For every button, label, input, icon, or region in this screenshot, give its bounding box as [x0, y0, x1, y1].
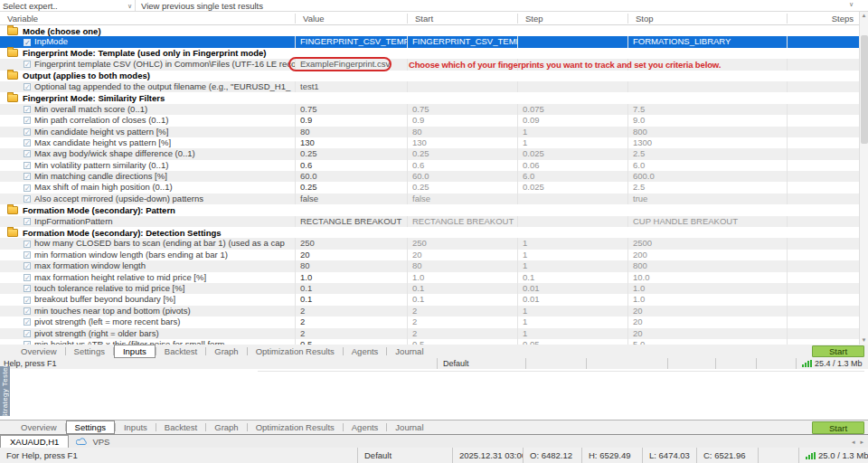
- table-row[interactable]: InpMode FINGERPRINT_CSV_TEMPLATE FINGERP…: [0, 36, 868, 47]
- param-stop[interactable]: 600.0: [627, 171, 787, 182]
- tab-scroll-arrows-icon[interactable]: ◂ ▸: [852, 439, 865, 446]
- table-row[interactable]: how many CLOSED bars to scan (ending at …: [0, 238, 868, 249]
- param-step[interactable]: 1: [517, 238, 627, 249]
- group-row[interactable]: Output (applies to both modes): [0, 71, 868, 81]
- tab-agents[interactable]: Agents: [344, 345, 387, 357]
- column-header-value[interactable]: Value: [295, 14, 407, 24]
- tab-agents[interactable]: Agents: [344, 421, 387, 433]
- param-checkbox[interactable]: [24, 195, 31, 203]
- param-step[interactable]: [517, 194, 627, 204]
- param-stop[interactable]: 10.0: [627, 272, 787, 283]
- param-checkbox[interactable]: [24, 184, 31, 192]
- group-row[interactable]: Mode (choose one): [0, 25, 868, 36]
- expert-select-combo[interactable]: Select expert.. ∨: [0, 0, 136, 12]
- param-start[interactable]: 60.0: [407, 171, 517, 182]
- param-checkbox[interactable]: [24, 106, 31, 113]
- group-row[interactable]: Fingerprint Mode: Similarity Filters: [0, 92, 868, 103]
- param-start[interactable]: 0.1: [407, 294, 517, 305]
- param-value[interactable]: 0.6: [295, 160, 407, 171]
- param-start[interactable]: false: [407, 194, 517, 204]
- param-stop[interactable]: [627, 81, 787, 92]
- param-stop[interactable]: 800: [627, 260, 787, 271]
- tab-settings[interactable]: Settings: [66, 420, 115, 434]
- group-row[interactable]: Formation Mode (secondary): Detection Se…: [0, 227, 868, 238]
- toolbar-overflow-chevron-icon[interactable]: ∨: [849, 1, 854, 7]
- table-row[interactable]: Optional tag appended to the output file…: [0, 81, 868, 92]
- param-step[interactable]: 0.01: [517, 283, 627, 294]
- table-row[interactable]: Max avg body/wick shape difference (0..1…: [0, 148, 868, 159]
- table-row[interactable]: Min matching candle directions [%] 60.0 …: [0, 171, 868, 182]
- param-value[interactable]: 60.0: [295, 171, 407, 182]
- param-stop[interactable]: 800: [627, 127, 787, 137]
- param-start[interactable]: 0.25: [407, 148, 517, 159]
- param-value[interactable]: test1: [295, 81, 407, 92]
- param-step[interactable]: 1: [517, 306, 627, 317]
- param-value[interactable]: 2: [295, 306, 407, 317]
- param-checkbox[interactable]: [24, 218, 31, 225]
- tab-graph[interactable]: Graph: [206, 421, 246, 433]
- column-header-steps[interactable]: Steps: [787, 14, 868, 24]
- param-checkbox[interactable]: [24, 139, 31, 146]
- tab-graph[interactable]: Graph: [206, 345, 246, 357]
- profile-cell[interactable]: Default: [437, 358, 525, 369]
- table-row[interactable]: max formation height relative to mid pri…: [0, 272, 868, 283]
- param-value[interactable]: 250: [295, 238, 407, 249]
- param-checkbox[interactable]: [24, 39, 31, 46]
- param-checkbox[interactable]: [24, 241, 31, 248]
- param-step[interactable]: 0.025: [517, 148, 627, 159]
- group-row[interactable]: Fingerprint Mode: Template (used only in…: [0, 48, 868, 59]
- param-start[interactable]: [407, 81, 517, 92]
- param-stop[interactable]: 2.5: [627, 182, 787, 193]
- param-value[interactable]: ExampleFingerprint.csv: [295, 59, 407, 70]
- vertical-scrollbar[interactable]: ▲ ▼: [859, 12, 868, 345]
- param-step[interactable]: 0.09: [517, 115, 627, 126]
- param-stop[interactable]: FORMATIONS_LIBRARY: [627, 36, 787, 47]
- param-step[interactable]: 0.025: [517, 182, 627, 193]
- param-start[interactable]: FINGERPRINT_CSV_TEMPLATE: [407, 36, 517, 47]
- chart-tab-xauaud-h1[interactable]: XAUAUD,H1: [0, 435, 69, 448]
- tab-optimization-results[interactable]: Optimization Results: [248, 421, 343, 433]
- tab-overview[interactable]: Overview: [13, 421, 65, 433]
- param-value[interactable]: 0.75: [295, 104, 407, 115]
- tab-journal[interactable]: Journal: [387, 345, 431, 357]
- start-button[interactable]: Start: [812, 345, 864, 357]
- param-checkbox[interactable]: [24, 162, 31, 169]
- param-checkbox[interactable]: [24, 117, 31, 124]
- param-value[interactable]: 0.25: [295, 148, 407, 159]
- tab-optimization-results[interactable]: Optimization Results: [248, 345, 343, 357]
- param-step[interactable]: 0.075: [517, 104, 627, 115]
- param-checkbox[interactable]: [24, 318, 31, 326]
- param-stop[interactable]: 1.0: [627, 294, 787, 305]
- param-step[interactable]: 0.06: [517, 160, 627, 171]
- tab-backtest[interactable]: Backtest: [156, 421, 205, 433]
- param-stop[interactable]: 6.0: [627, 160, 787, 171]
- scroll-up-icon[interactable]: ▲: [860, 12, 868, 20]
- param-step[interactable]: 0.1: [517, 272, 627, 283]
- param-value[interactable]: 0.1: [295, 283, 407, 294]
- param-step[interactable]: 0.01: [517, 294, 627, 305]
- column-header-stop[interactable]: Stop: [627, 14, 787, 24]
- param-step[interactable]: [517, 216, 627, 227]
- param-value[interactable]: 2: [295, 328, 407, 339]
- table-row[interactable]: breakout buffer beyond boundary [%] 0.1 …: [0, 294, 868, 305]
- param-stop[interactable]: true: [627, 194, 787, 204]
- param-start[interactable]: RECTANGLE BREAKOUT: [407, 216, 517, 227]
- param-start[interactable]: 0.25: [407, 182, 517, 193]
- column-header-start[interactable]: Start: [407, 14, 517, 24]
- vps-tab[interactable]: VPS: [69, 435, 117, 448]
- table-row[interactable]: InpFormationPattern RECTANGLE BREAKOUT R…: [0, 216, 868, 227]
- param-start[interactable]: 250: [407, 238, 517, 249]
- column-header-step[interactable]: Step: [517, 14, 627, 24]
- tab-inputs[interactable]: Inputs: [116, 421, 156, 433]
- param-start[interactable]: 2: [407, 328, 517, 339]
- table-row[interactable]: Min candidate height vs pattern [%] 80 8…: [0, 127, 868, 137]
- table-row[interactable]: max formation window length 80 80 1 800: [0, 260, 868, 271]
- param-checkbox[interactable]: [24, 251, 31, 259]
- scroll-down-icon[interactable]: ▼: [860, 336, 868, 345]
- param-value[interactable]: RECTANGLE BREAKOUT: [295, 216, 407, 227]
- param-stop[interactable]: 20: [627, 328, 787, 339]
- param-value[interactable]: 0.1: [295, 294, 407, 305]
- param-start[interactable]: 80: [407, 127, 517, 137]
- param-stop[interactable]: CUP HANDLE BREAKOUT: [627, 216, 787, 227]
- param-stop[interactable]: 2.5: [627, 148, 787, 159]
